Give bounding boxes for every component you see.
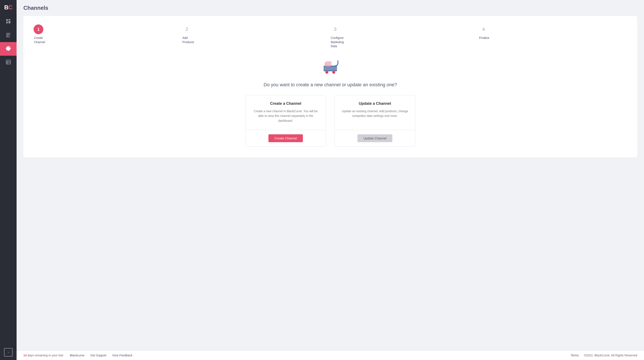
create-channel-body: Create a Channel Create a new channel in… <box>246 96 326 130</box>
svg-point-20 <box>326 72 327 73</box>
sidebar-bottom: › <box>0 348 16 360</box>
trial-days: 14 <box>24 354 27 357</box>
sidebar-item-dashboard[interactable] <box>0 15 16 28</box>
step-4-circle: 4 <box>479 24 488 34</box>
svg-rect-8 <box>6 37 10 37</box>
logo-text: BC <box>4 4 12 11</box>
step-3-header: 3 <box>330 24 345 34</box>
svg-rect-7 <box>6 36 8 36</box>
step-1-header: 1 <box>34 24 48 34</box>
step-2-label: AddProducts <box>182 36 194 44</box>
update-channel-footer: Update Channel <box>335 130 415 146</box>
create-channel-title: Create a Channel <box>252 101 319 106</box>
stepper-segment-1: 1 CreateChannel <box>34 24 182 44</box>
step-3-label: ConfigureMarketingData <box>330 36 344 48</box>
svg-rect-3 <box>8 21 10 24</box>
step-4: 4 Finalize <box>479 24 489 40</box>
create-channel-button[interactable]: Create Channel <box>268 134 303 142</box>
create-channel-card: Create a Channel Create a new channel in… <box>245 95 326 147</box>
step-2: 2 AddProducts <box>182 24 197 44</box>
footer-link-support[interactable]: Get Support <box>90 354 106 357</box>
svg-rect-5 <box>6 34 9 34</box>
svg-point-21 <box>333 72 334 73</box>
sidebar-item-reports[interactable] <box>0 28 16 42</box>
svg-rect-1 <box>8 19 10 20</box>
stepper-segment-2: 2 AddProducts <box>182 24 330 44</box>
footer: 14 days remaining in your trial Blackcur… <box>16 350 644 360</box>
sidebar: BC › <box>0 0 16 360</box>
svg-rect-0 <box>6 19 8 21</box>
update-channel-card: Update a Channel Update an existing chan… <box>334 95 415 147</box>
sidebar-item-settings[interactable] <box>0 42 16 56</box>
options-row: Create a Channel Create a new channel in… <box>34 95 627 147</box>
create-channel-description: Create a new channel in BlackCurve. You … <box>252 109 319 123</box>
chart-icon <box>6 18 11 25</box>
step-3: 3 ConfigureMarketingData <box>330 24 345 48</box>
step-4-label: Finalize <box>479 36 489 40</box>
stepper-segment-3: 3 ConfigureMarketingData <box>330 24 479 48</box>
main-card: 1 CreateChannel 2 <box>24 16 637 157</box>
sidebar-logo: BC <box>0 0 16 15</box>
svg-rect-15 <box>326 61 331 66</box>
footer-link-feedback[interactable]: Give Feedback <box>112 354 132 357</box>
update-channel-body: Update a Channel Update an existing chan… <box>335 96 415 130</box>
question-text: Do you want to create a new channel or u… <box>34 82 627 88</box>
page-title: Channels <box>24 5 637 11</box>
step-2-header: 2 <box>182 24 197 34</box>
page-header: Channels <box>16 0 644 16</box>
sidebar-item-table[interactable] <box>0 56 16 69</box>
footer-link-blackcurve[interactable]: Blackcurve <box>70 354 84 357</box>
step-4-header: 4 <box>479 24 489 34</box>
step-1: 1 CreateChannel <box>34 24 48 44</box>
list-icon <box>6 32 11 38</box>
footer-copyright: ©2022. BlackCurve. All Rights Reserved <box>584 354 637 357</box>
footer-links: Blackcurve Get Support Give Feedback <box>70 354 132 357</box>
table-icon <box>6 59 11 66</box>
cart-illustration <box>34 57 627 76</box>
create-channel-footer: Create Channel <box>246 130 326 146</box>
stepper: 1 CreateChannel 2 <box>34 24 627 48</box>
gear-icon <box>6 46 11 52</box>
stepper-segment-4: 4 Finalize <box>479 24 627 40</box>
svg-rect-4 <box>6 33 10 33</box>
shopping-cart-svg <box>318 57 342 76</box>
svg-rect-6 <box>6 35 10 35</box>
sidebar-navigation <box>0 15 16 348</box>
update-channel-title: Update a Channel <box>342 101 408 106</box>
update-channel-button[interactable]: Update Channel <box>358 134 392 142</box>
update-channel-description: Update an existing channel. Add products… <box>342 109 408 118</box>
trial-text: days remaining in your trial <box>27 354 63 357</box>
footer-terms-link[interactable]: Terms <box>571 354 579 357</box>
svg-rect-2 <box>6 22 8 24</box>
step-3-circle: 3 <box>330 24 340 34</box>
main-content: 1 CreateChannel 2 <box>16 16 644 350</box>
footer-right: Terms ©2022. BlackCurve. All Rights Rese… <box>571 354 637 357</box>
step-2-circle: 2 <box>182 24 192 34</box>
step-1-label: CreateChannel <box>34 36 45 44</box>
chevron-right-icon: › <box>8 350 9 354</box>
step-1-circle: 1 <box>34 24 43 34</box>
svg-rect-9 <box>6 60 10 64</box>
main-wrapper: Channels 1 CreateChannel <box>16 0 644 360</box>
sidebar-toggle-button[interactable]: › <box>4 348 12 356</box>
trial-notice: 14 days remaining in your trial <box>24 354 63 357</box>
